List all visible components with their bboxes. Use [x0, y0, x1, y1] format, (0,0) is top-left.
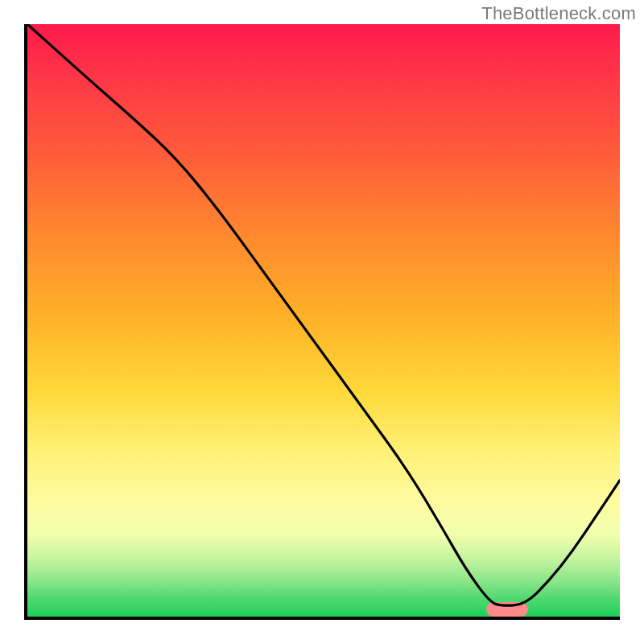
chart-container: TheBottleneck.com: [0, 0, 644, 644]
bottleneck-curve: [27, 24, 620, 617]
watermark-text: TheBottleneck.com: [481, 3, 636, 24]
plot-area: [24, 24, 620, 620]
